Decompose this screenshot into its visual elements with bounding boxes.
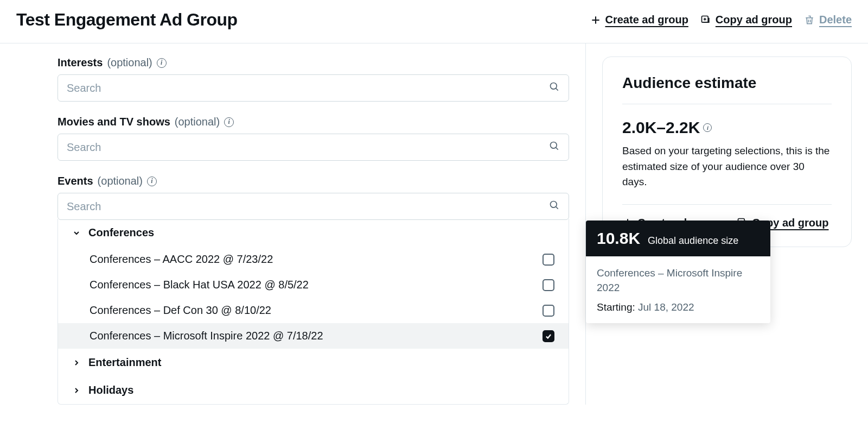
movies-input[interactable]: [67, 141, 549, 154]
event-row[interactable]: Conferences – Def Con 30 @ 8/10/22: [58, 298, 569, 323]
movies-optional: (optional): [175, 116, 220, 128]
interests-label-text: Interests: [58, 56, 103, 69]
interests-label: Interests (optional) i: [58, 56, 569, 69]
category-label: Holidays: [88, 384, 133, 396]
event-tooltip: 10.8K Global audience size Conferences –…: [586, 221, 770, 323]
estimate-title: Audience estimate: [622, 74, 832, 104]
info-icon[interactable]: i: [147, 177, 157, 186]
event-row[interactable]: Conferences – Black Hat USA 2022 @ 8/5/2…: [58, 272, 569, 298]
event-row[interactable]: Conferences – Microsoft Inspire 2022 @ 7…: [58, 323, 569, 349]
svg-line-10: [556, 148, 558, 150]
create-ad-group-button[interactable]: Create ad group: [590, 14, 688, 26]
search-icon: [549, 141, 560, 154]
event-label: Conferences – Def Con 30 @ 8/10/22: [90, 304, 271, 317]
movies-search[interactable]: [58, 134, 569, 161]
svg-line-12: [556, 207, 558, 209]
svg-line-8: [556, 89, 558, 91]
events-optional: (optional): [98, 175, 143, 187]
event-row[interactable]: Conferences – AACC 2022 @ 7/23/22: [58, 247, 569, 272]
events-label: Events (optional) i: [58, 175, 569, 187]
info-icon[interactable]: i: [703, 123, 712, 132]
tooltip-start: Starting: Jul 18, 2022: [597, 301, 760, 313]
category-entertainment[interactable]: Entertainment: [58, 349, 569, 376]
movies-label-text: Movies and TV shows: [58, 116, 170, 128]
events-dropdown: Conferences Conferences – AACC 2022 @ 7/…: [58, 219, 569, 405]
movies-label: Movies and TV shows (optional) i: [58, 116, 569, 128]
copy-label: Copy ad group: [716, 14, 792, 26]
main-column: Interests (optional) i Movies and TV sho…: [41, 43, 586, 405]
svg-point-11: [551, 201, 557, 208]
svg-point-9: [551, 142, 557, 149]
page-header: Test Engagement Ad Group Create ad group…: [0, 0, 868, 43]
tooltip-size: 10.8K: [597, 229, 640, 248]
category-label: Entertainment: [88, 356, 161, 369]
copy-icon: [700, 15, 711, 26]
content: Interests (optional) i Movies and TV sho…: [0, 43, 868, 405]
create-label: Create ad group: [605, 14, 688, 26]
search-icon: [549, 200, 560, 213]
event-label: Conferences – Black Hat USA 2022 @ 8/5/2…: [90, 279, 309, 291]
search-icon: [549, 81, 560, 95]
info-icon[interactable]: i: [224, 117, 234, 127]
delete-button[interactable]: Delete: [804, 14, 852, 26]
left-gutter: [0, 43, 41, 405]
tooltip-header: 10.8K Global audience size: [586, 221, 770, 256]
events-field: Events (optional) i Conferences Con: [58, 175, 569, 405]
checkbox-checked[interactable]: [542, 330, 554, 342]
delete-label: Delete: [819, 14, 852, 26]
checkbox[interactable]: [542, 254, 554, 266]
checkbox[interactable]: [542, 279, 554, 291]
estimate-desc: Based on your targeting selections, this…: [622, 143, 832, 205]
events-label-text: Events: [58, 175, 93, 187]
events-input[interactable]: [67, 200, 549, 213]
tooltip-event-name: Conferences – Microsoft Inspire 2022: [597, 266, 760, 295]
event-label: Conferences – AACC 2022 @ 7/23/22: [90, 253, 273, 266]
estimate-range: 2.0K–2.2K: [622, 118, 700, 137]
svg-point-7: [551, 83, 557, 90]
chevron-right-icon: [72, 358, 81, 367]
movies-field: Movies and TV shows (optional) i: [58, 116, 569, 161]
tooltip-sub: Global audience size: [648, 235, 738, 247]
chevron-right-icon: [72, 386, 81, 395]
tooltip-date: Jul 18, 2022: [638, 301, 694, 313]
page-title: Test Engagement Ad Group: [16, 10, 238, 30]
interests-input[interactable]: [67, 82, 549, 95]
plus-icon: [590, 15, 601, 26]
interests-search[interactable]: [58, 74, 569, 102]
events-search[interactable]: [58, 193, 569, 220]
trash-icon: [804, 15, 815, 26]
event-label: Conferences – Microsoft Inspire 2022 @ 7…: [90, 330, 323, 342]
info-icon[interactable]: i: [157, 58, 167, 68]
estimate-value: 2.0K–2.2K i: [622, 118, 832, 137]
category-holidays[interactable]: Holidays: [58, 376, 569, 404]
checkbox[interactable]: [542, 305, 554, 317]
category-label: Conferences: [88, 226, 154, 239]
chevron-down-icon: [72, 229, 81, 237]
header-actions: Create ad group Copy ad group Delete: [590, 14, 852, 26]
tooltip-body: Conferences – Microsoft Inspire 2022 Sta…: [586, 256, 770, 323]
copy-ad-group-button[interactable]: Copy ad group: [700, 14, 792, 26]
audience-estimate-card: Audience estimate 2.0K–2.2K i Based on y…: [602, 56, 852, 247]
right-column: Audience estimate 2.0K–2.2K i Based on y…: [586, 43, 852, 405]
interests-optional: (optional): [107, 56, 152, 69]
tooltip-start-label: Starting: [597, 301, 632, 313]
interests-field: Interests (optional) i: [58, 56, 569, 102]
category-conferences[interactable]: Conferences: [58, 219, 569, 247]
